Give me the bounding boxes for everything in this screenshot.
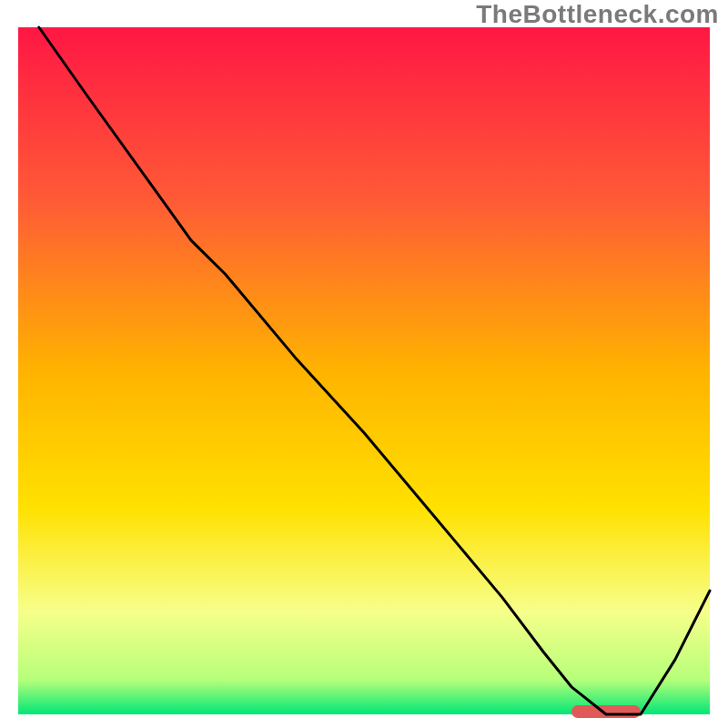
chart-stage: TheBottleneck.com — [0, 0, 728, 728]
chart-svg — [0, 0, 728, 728]
optimal-band-marker — [571, 705, 641, 718]
watermark-text: TheBottleneck.com — [476, 0, 719, 29]
plot-area — [18, 27, 710, 718]
gradient-background — [18, 27, 710, 714]
